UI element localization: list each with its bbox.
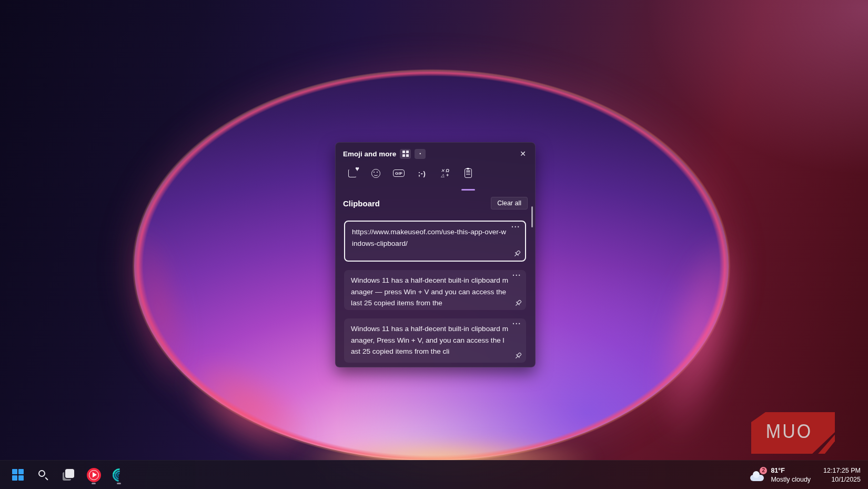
clock-time: 12:17:25 PM <box>823 466 861 475</box>
teal-swirl-app-icon <box>113 468 126 482</box>
tab-most-recently-used[interactable]: ♥ <box>343 164 362 183</box>
cloudy-weather-icon: 2 <box>750 468 766 482</box>
close-button[interactable]: ✕ <box>515 146 531 162</box>
pin-icon[interactable] <box>514 299 522 307</box>
period-key-icon: . <box>415 149 426 159</box>
taskbar-buttons <box>7 464 129 485</box>
panel-scrollbar[interactable] <box>531 206 533 227</box>
clipboard-icon <box>465 168 472 178</box>
clipboard-item[interactable]: Windows 11 has a half-decent built-in cl… <box>344 270 526 310</box>
kaomoji-icon: ;-) <box>418 169 426 177</box>
clock-widget[interactable]: 12:17:25 PM 10/1/2025 <box>821 465 863 485</box>
active-tab-indicator <box>461 189 475 191</box>
windows-logo-grid-icon <box>402 151 409 157</box>
tab-clipboard[interactable] <box>459 164 478 183</box>
weather-text: 81°F Mostly cloudy <box>771 466 811 484</box>
symbols-icon: ✕Ω△+ <box>440 168 450 178</box>
youtube-music-icon <box>87 468 101 482</box>
clipboard-section-title: Clipboard <box>343 199 380 208</box>
close-icon: ✕ <box>520 149 526 158</box>
gif-icon: GIF <box>393 169 404 177</box>
task-view-icon <box>62 468 75 481</box>
clipboard-item-selected[interactable]: https://www.makeuseof.com/use-this-app-o… <box>344 221 526 262</box>
search-icon <box>37 469 49 481</box>
panel-title: Emoji and more <box>343 150 396 158</box>
clipboard-item-text: Windows 11 has a half-decent built-in cl… <box>351 323 508 357</box>
clipboard-item-text: https://www.makeuseof.com/use-this-app-o… <box>352 226 507 249</box>
notification-badge: 2 <box>760 467 767 474</box>
windows-start-icon <box>12 469 24 481</box>
clipboard-items-list: https://www.makeuseof.com/use-this-app-o… <box>344 221 526 363</box>
muo-watermark: MUO <box>751 412 835 454</box>
pin-icon[interactable] <box>514 352 522 360</box>
tab-gif[interactable]: GIF <box>389 164 408 183</box>
windows-key-icon <box>400 149 411 159</box>
tab-emoji[interactable] <box>366 164 385 183</box>
smiley-icon <box>371 169 380 178</box>
clipboard-item-text: Windows 11 has a half-decent built-in cl… <box>351 275 508 309</box>
youtube-music-button[interactable] <box>83 464 104 485</box>
panel-header: Emoji and more . <box>343 148 426 159</box>
clipboard-item[interactable]: Windows 11 has a half-decent built-in cl… <box>344 318 526 363</box>
category-tabs: ♥ GIF ;-) ✕Ω△+ <box>343 164 478 183</box>
clipboard-section-header: Clipboard Clear all <box>343 196 528 210</box>
clock-date: 10/1/2025 <box>823 475 861 484</box>
tab-kaomoji[interactable]: ;-) <box>412 164 431 183</box>
weather-widget[interactable]: 2 81°F Mostly cloudy <box>748 465 813 485</box>
item-more-options-icon[interactable]: ··· <box>511 223 520 231</box>
search-button[interactable] <box>33 464 54 485</box>
muo-logo-text: MUO <box>763 420 815 442</box>
running-app-indicator <box>92 483 96 484</box>
desktop: MUO Emoji and more . ✕ ♥ G <box>0 0 868 489</box>
item-more-options-icon[interactable]: ··· <box>512 271 521 280</box>
task-view-button[interactable] <box>58 464 79 485</box>
item-more-options-icon[interactable]: ··· <box>512 320 521 328</box>
start-button[interactable] <box>7 464 28 485</box>
taskbar: 2 81°F Mostly cloudy 12:17:25 PM 10/1/20… <box>0 460 868 489</box>
clear-all-button[interactable]: Clear all <box>491 197 528 209</box>
pin-icon[interactable] <box>513 250 521 258</box>
teal-swirl-app-button[interactable] <box>108 464 129 485</box>
weather-temperature: 81°F <box>771 466 811 475</box>
emoji-and-more-panel: Emoji and more . ✕ ♥ GIF ; <box>335 142 536 367</box>
recent-clipboard-heart-icon: ♥ <box>348 169 357 177</box>
running-app-indicator <box>117 483 121 484</box>
weather-condition: Mostly cloudy <box>771 475 811 484</box>
tab-symbols[interactable]: ✕Ω△+ <box>436 164 455 183</box>
system-tray: 2 81°F Mostly cloudy 12:17:25 PM 10/1/20… <box>748 461 863 489</box>
